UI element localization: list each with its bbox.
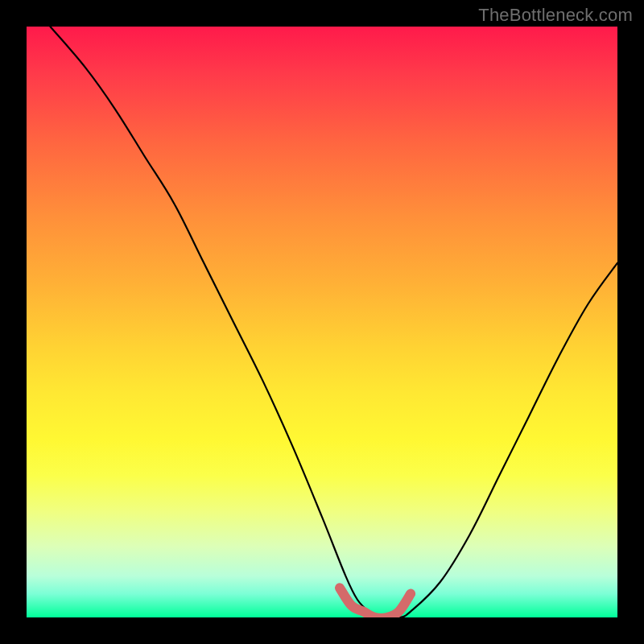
watermark-text: TheBottleneck.com [478, 5, 633, 26]
optimal-band [340, 588, 411, 617]
curve-layer [27, 27, 617, 617]
plot-area [27, 27, 617, 617]
bottleneck-curve [50, 27, 617, 617]
chart-frame: TheBottleneck.com [0, 0, 644, 644]
